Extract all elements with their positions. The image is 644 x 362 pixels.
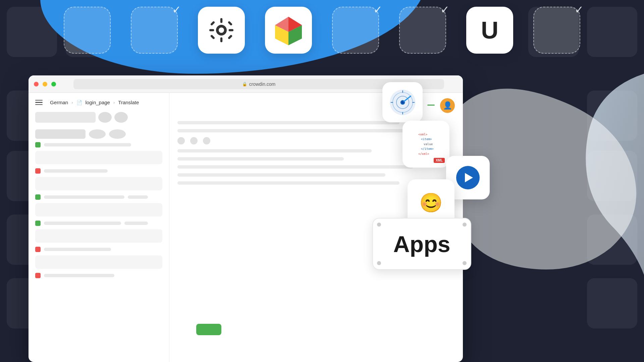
filter-dot2	[114, 112, 128, 123]
top-icon-ghost4: ✓	[399, 7, 446, 54]
filter-dot1	[98, 112, 112, 123]
check-icon: ✓	[575, 3, 584, 16]
browser-sidebar: German › 📄 login_page › Translate	[29, 93, 169, 362]
row-bar	[44, 222, 121, 225]
filter-row	[35, 112, 162, 123]
status-dot-green	[35, 221, 41, 226]
filter-input[interactable]	[35, 112, 96, 123]
row-bar-short	[124, 222, 148, 225]
status-dot-red	[35, 247, 41, 252]
svg-rect-7	[228, 21, 233, 26]
svg-rect-5	[229, 29, 233, 31]
status-dot-green	[35, 142, 41, 147]
close-button[interactable]	[34, 82, 39, 86]
content-ph-row	[177, 121, 399, 124]
lock-icon: 🔒	[242, 82, 247, 86]
check-icon: ✓	[440, 3, 449, 16]
content-ph-row	[177, 129, 427, 132]
svg-point-19	[401, 101, 404, 104]
xml-app-icon: <xml> <item> value </item> </xml> XML	[402, 121, 449, 168]
svg-rect-4	[209, 29, 214, 31]
content-placeholder	[35, 255, 162, 269]
gear-icon	[208, 17, 235, 44]
row-bar	[44, 274, 114, 277]
progress-bar-indicator	[427, 105, 435, 106]
breadcrumb-german[interactable]: German	[50, 100, 68, 105]
table-row	[35, 129, 162, 139]
apps-card: Apps	[372, 218, 471, 270]
row-bar	[44, 195, 124, 199]
content-placeholder	[35, 151, 162, 164]
svg-rect-6	[210, 21, 215, 26]
content-ph-row	[177, 173, 385, 177]
svg-point-1	[219, 27, 224, 33]
svg-rect-9	[228, 35, 233, 40]
content-placeholder	[35, 177, 162, 190]
status-dot-green	[35, 194, 41, 200]
table-row	[35, 168, 162, 174]
content-ph-row	[177, 181, 399, 185]
breadcrumb: German › 📄 login_page › Translate	[35, 100, 162, 105]
check-icon: ✓	[172, 3, 181, 16]
status-dot-red	[35, 273, 41, 278]
content-ph-row	[177, 149, 372, 153]
maximize-button[interactable]	[51, 82, 56, 86]
top-icon-cube	[265, 7, 312, 54]
top-icon-u: U	[466, 7, 513, 54]
check-icon: ✓	[373, 3, 382, 16]
breadcrumb-translate[interactable]: Translate	[118, 100, 139, 105]
svg-rect-2	[220, 18, 222, 23]
xml-icon-content: <xml> <item> value </item> </xml> XML	[415, 129, 437, 160]
hamburger-icon[interactable]	[35, 100, 43, 105]
row-placeholder	[35, 129, 86, 139]
status-dot-red	[35, 168, 41, 174]
play-icon	[456, 166, 480, 189]
top-icons-row: ✓	[0, 7, 644, 54]
content-placeholder	[35, 203, 162, 217]
breadcrumb-file-icon: 📄	[76, 100, 82, 105]
row-bar	[44, 248, 111, 251]
url-text: crowdin.com	[249, 81, 276, 87]
svg-rect-8	[210, 35, 215, 40]
table-row	[35, 273, 162, 278]
breadcrumb-chevron2: ›	[113, 100, 115, 105]
u-letter-icon: U	[481, 18, 498, 42]
radar-app-icon	[382, 82, 423, 122]
row-bar	[44, 143, 131, 146]
table-row	[35, 247, 162, 252]
content-ph-row	[177, 165, 413, 169]
row-bar-short	[128, 195, 148, 199]
minimize-button[interactable]	[43, 82, 47, 86]
top-icon-gear	[198, 7, 245, 54]
top-icon-ghost1	[64, 7, 111, 54]
radar-icon	[388, 88, 417, 117]
table-row	[35, 142, 162, 147]
apps-title: Apps	[393, 231, 450, 257]
content-placeholder	[35, 229, 162, 243]
corner-dot-bl	[377, 261, 381, 265]
cube-icon	[272, 13, 305, 47]
green-action-button[interactable]	[196, 324, 221, 335]
table-row	[35, 194, 162, 200]
breadcrumb-chevron1: ›	[71, 100, 73, 105]
corner-dot-br	[463, 261, 467, 265]
top-icon-ghost2: ✓	[131, 7, 178, 54]
corner-dot-tr	[463, 223, 467, 227]
row-bar	[44, 169, 108, 173]
user-avatar[interactable]: 👤	[440, 98, 455, 113]
corner-dot-tl	[377, 223, 381, 227]
breadcrumb-file[interactable]: login_page	[86, 100, 110, 105]
top-icon-ghost3: ✓	[332, 7, 379, 54]
content-ph-row	[177, 157, 344, 161]
emoji-icon: 😊	[419, 193, 443, 212]
svg-rect-3	[220, 38, 222, 42]
table-row	[35, 221, 162, 226]
top-icon-ghost5: ✓	[533, 7, 580, 54]
